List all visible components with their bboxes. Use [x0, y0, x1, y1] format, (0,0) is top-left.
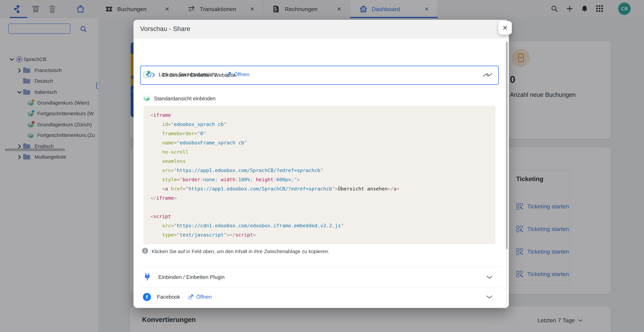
- copy-info-text: Klicken Sie auf in Feld oben, um den Inh…: [152, 249, 329, 254]
- external-link-icon: [188, 294, 194, 300]
- plug-icon: [144, 273, 150, 281]
- cube-icon: [143, 94, 150, 103]
- info-icon: [142, 248, 148, 255]
- chevron-up-icon[interactable]: [483, 73, 489, 78]
- divider: [140, 267, 501, 267]
- accordion-label: Einbinden / Einbetten Webseite: [162, 72, 236, 78]
- accordion-label: Einbinden / Einbetten Plugin: [158, 274, 224, 280]
- accordion-embed-website[interactable]: Einbinden / Einbetten Webseite: [140, 66, 499, 85]
- modal-close-button[interactable]: ✕: [498, 21, 512, 34]
- embed-section-label: Standardansicht einbinden: [154, 96, 216, 102]
- code-block[interactable]: <iframe id="edoobox_sprach cb" framebord…: [144, 106, 496, 244]
- modal-header: Vorschau - Share: [134, 20, 509, 38]
- accordion-facebook-row[interactable]: f Facebook Öffnen: [143, 290, 500, 305]
- chevron-down-icon[interactable]: [486, 295, 492, 299]
- accordion-label: Facebook: [157, 294, 180, 300]
- chevron-down-icon[interactable]: [486, 275, 492, 279]
- accordion-plugin-row[interactable]: Einbinden / Einbetten Plugin: [144, 270, 500, 285]
- open-link[interactable]: Öffnen: [188, 294, 212, 300]
- modal-title: Vorschau - Share: [140, 25, 190, 32]
- open-link-label: Öffnen: [196, 294, 212, 300]
- code-icon: [146, 72, 155, 79]
- embed-section-header: Standardansicht einbinden: [143, 94, 216, 103]
- copy-info: Klicken Sie auf in Feld oben, um den Inh…: [142, 248, 329, 255]
- share-preview-modal: Vorschau - Share Link zur Standardansich…: [134, 20, 509, 308]
- divider: [140, 287, 501, 288]
- modal-scrollbar-thumb[interactable]: [506, 41, 508, 249]
- facebook-icon: f: [143, 293, 151, 301]
